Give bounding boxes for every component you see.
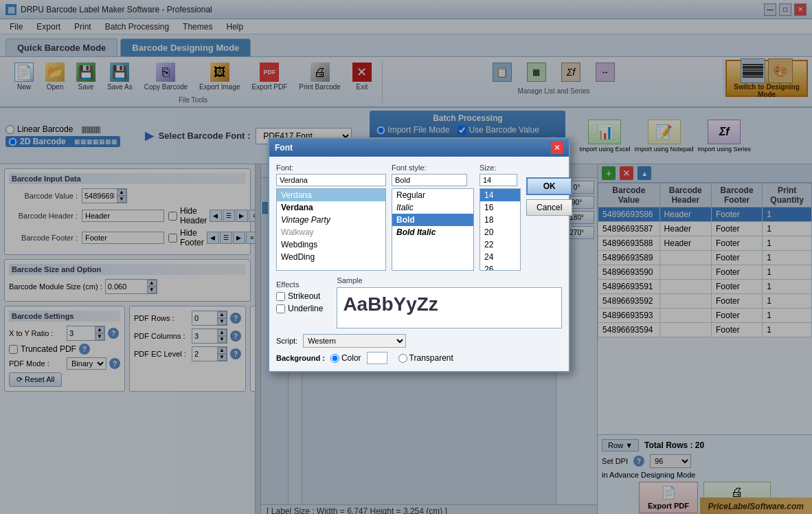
size-text-input[interactable] bbox=[480, 174, 517, 186]
dialog-cancel-btn[interactable]: Cancel bbox=[526, 199, 572, 216]
font-col: Font: Verdana Verdana Vintage Party Walk… bbox=[276, 164, 386, 271]
style-text-input[interactable] bbox=[392, 174, 467, 186]
font-columns-row: Font: Verdana Verdana Vintage Party Walk… bbox=[276, 164, 562, 271]
font-item-walkway[interactable]: Walkway bbox=[277, 226, 385, 238]
effects-title: Effects bbox=[276, 280, 323, 289]
font-item-verdana2[interactable]: Verdana bbox=[277, 201, 385, 214]
font-item-wedding[interactable]: WedDing bbox=[277, 251, 385, 263]
strikeout-label[interactable]: Strikeout bbox=[276, 291, 323, 301]
style-regular[interactable]: Regular bbox=[392, 189, 473, 201]
script-select[interactable]: Western bbox=[303, 334, 406, 348]
size-col: Size: 14 16 18 20 22 24 26 bbox=[480, 164, 521, 271]
font-col-label: Font: bbox=[276, 164, 386, 172]
size-list[interactable]: 14 16 18 20 22 24 26 bbox=[480, 188, 521, 271]
bg-color-radio[interactable] bbox=[330, 354, 339, 363]
dialog-title-bar: Font ✕ bbox=[269, 139, 569, 157]
font-text-input[interactable] bbox=[276, 174, 386, 186]
size-24[interactable]: 24 bbox=[480, 251, 520, 263]
sample-area: Sample AaBbYyZz bbox=[337, 276, 562, 328]
dialog-close-btn[interactable]: ✕ bbox=[551, 142, 563, 154]
dialog-action-col: OK Cancel bbox=[526, 164, 572, 271]
font-item-vintage[interactable]: Vintage Party bbox=[277, 214, 385, 226]
underline-text: Underline bbox=[288, 304, 323, 313]
size-26[interactable]: 26 bbox=[480, 263, 520, 271]
underline-checkbox[interactable] bbox=[276, 304, 285, 313]
bg-transparent-text: Transparent bbox=[409, 353, 453, 363]
size-20[interactable]: 20 bbox=[480, 226, 520, 238]
font-item-webdings[interactable]: Webdings bbox=[277, 238, 385, 251]
style-bold[interactable]: Bold bbox=[392, 214, 473, 226]
size-14[interactable]: 14 bbox=[480, 189, 520, 201]
size-18[interactable]: 18 bbox=[480, 214, 520, 226]
size-16[interactable]: 16 bbox=[480, 201, 520, 214]
effects-section: Effects Strikeout Underline bbox=[276, 280, 323, 328]
dialog-body: Font: Verdana Verdana Vintage Party Walk… bbox=[269, 157, 569, 371]
size-col-label: Size: bbox=[480, 164, 521, 172]
underline-label[interactable]: Underline bbox=[276, 304, 323, 313]
bg-transparent-radio[interactable] bbox=[398, 354, 407, 363]
dialog-ok-btn[interactable]: OK bbox=[526, 177, 572, 195]
font-dialog: Font ✕ Font: Verdana Verdana Vintage Par… bbox=[268, 137, 570, 372]
background-label: Background : bbox=[276, 354, 325, 362]
dialog-title-text: Font bbox=[275, 143, 293, 153]
style-bold-italic[interactable]: Bold Italic bbox=[392, 226, 473, 238]
size-22[interactable]: 22 bbox=[480, 238, 520, 251]
sample-text: AaBbYyZz bbox=[343, 293, 556, 315]
strikeout-text: Strikeout bbox=[288, 291, 320, 301]
effects-sample-row: Effects Strikeout Underline Sample AaBbY… bbox=[276, 276, 562, 328]
bg-color-swatch[interactable] bbox=[367, 352, 387, 364]
style-col: Font style: Regular Italic Bold Bold Ita… bbox=[392, 164, 474, 271]
sample-label: Sample bbox=[337, 276, 562, 284]
font-item-verdana[interactable]: Verdana bbox=[277, 189, 385, 201]
script-row: Script: Western bbox=[276, 334, 562, 348]
strikeout-checkbox[interactable] bbox=[276, 292, 285, 301]
bg-transparent-radio-label[interactable]: Transparent bbox=[398, 353, 453, 363]
bg-color-radio-label[interactable]: Color bbox=[330, 353, 361, 363]
background-section: Background : Color Transparent bbox=[276, 352, 562, 364]
bg-color-text: Color bbox=[341, 353, 361, 363]
style-col-label: Font style: bbox=[392, 164, 474, 172]
style-italic[interactable]: Italic bbox=[392, 201, 473, 214]
style-list[interactable]: Regular Italic Bold Bold Italic bbox=[392, 188, 474, 271]
script-label: Script: bbox=[276, 337, 297, 345]
sample-section: AaBbYyZz bbox=[337, 287, 562, 328]
font-list[interactable]: Verdana Verdana Vintage Party Walkway We… bbox=[276, 188, 386, 271]
